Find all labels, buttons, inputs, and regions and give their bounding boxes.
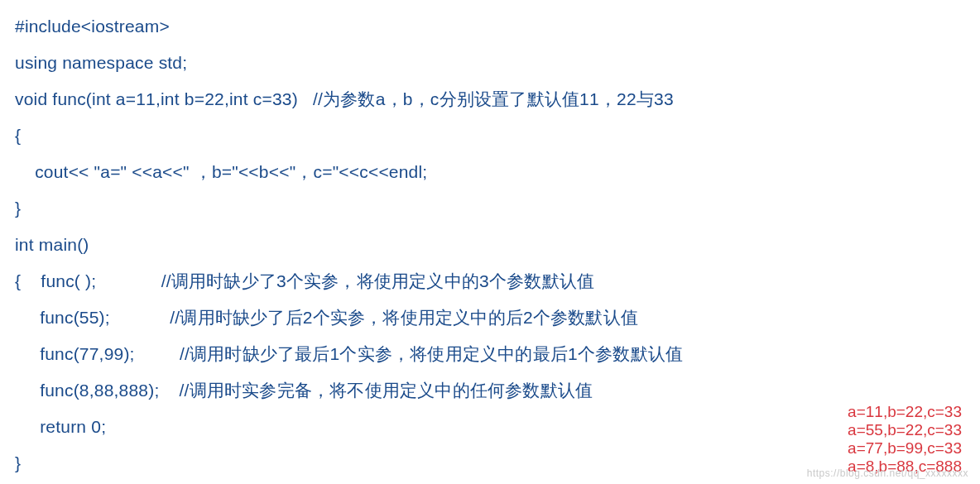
code-line: }	[15, 190, 965, 227]
code-line: { func( ); //调用时缺少了3个实参，将使用定义中的3个参数默认值	[15, 263, 965, 300]
code-line: cout<< "a=" <<a<<" ，b="<<b<<"，c="<<c<<en…	[15, 154, 965, 190]
code-line: return 0;	[15, 409, 965, 445]
code-line: int main()	[15, 227, 965, 263]
code-line: using namespace std;	[15, 45, 965, 81]
code-line: void func(int a=11,int b=22,int c=33) //…	[15, 81, 965, 117]
output-line: a=11,b=22,c=33	[848, 403, 962, 421]
code-line: func(55); //调用时缺少了后2个实参，将使用定义中的后2个参数默认值	[15, 300, 965, 336]
output-line: a=55,b=22,c=33	[848, 421, 962, 439]
program-output: a=11,b=22,c=33 a=55,b=22,c=33 a=77,b=99,…	[848, 403, 962, 476]
code-line: func(77,99); //调用时缺少了最后1个实参，将使用定义中的最后1个参…	[15, 336, 965, 372]
code-line: #include<iostream>	[15, 8, 965, 45]
code-block: #include<iostream> using namespace std; …	[0, 0, 980, 482]
watermark-text: https://blog.csdn.net/qq_xxxxxxxx	[807, 467, 968, 479]
code-line: func(8,88,888); //调用时实参完备，将不使用定义中的任何参数默认…	[15, 372, 965, 409]
code-line: {	[15, 117, 965, 154]
output-line: a=77,b=99,c=33	[848, 439, 962, 458]
